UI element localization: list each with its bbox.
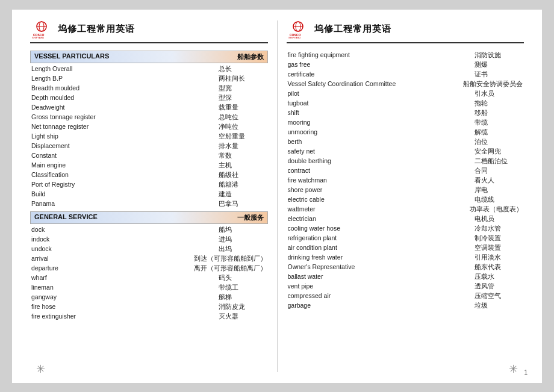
en-term: Panama xyxy=(31,200,213,208)
table-row: Net tonnage register净吨位 xyxy=(30,122,268,132)
table-row: mooring带缆 xyxy=(287,118,524,128)
en-term: electric cable xyxy=(288,196,469,204)
table-row: air condition plant空调装置 xyxy=(287,243,524,253)
zh-term: 主机 xyxy=(219,161,267,170)
table-row: contract合同 xyxy=(287,166,524,176)
right-header: COSCO SHIPYARD 坞修工程常用英语 xyxy=(287,20,524,43)
en-term: Length B.P xyxy=(31,75,213,83)
footer-snowflake-left: ✳ xyxy=(36,362,45,376)
left-section2-en: GENERAL SERVICE xyxy=(34,213,98,222)
zh-term: 总长 xyxy=(219,65,267,73)
table-row: Build建造 xyxy=(30,190,268,199)
en-term: Build xyxy=(31,190,213,199)
en-term: wattmeter xyxy=(288,205,464,214)
zh-term: 安全网兜 xyxy=(475,148,523,156)
table-row: indock进坞 xyxy=(30,235,268,244)
zh-term: 码头 xyxy=(219,274,267,282)
left-header-title: 坞修工程常用英语 xyxy=(58,23,135,35)
en-term: Main engine xyxy=(31,161,213,170)
table-row: cooling water hose冷却水管 xyxy=(287,224,524,234)
en-term: Vessel Safety Coordination Committee xyxy=(288,80,458,89)
footer-snowflake-right: ✳ xyxy=(509,362,518,376)
zh-term: 泊位 xyxy=(475,138,523,146)
table-row: Classification船级社 xyxy=(30,170,268,180)
en-term: refrigeration plant xyxy=(288,234,469,243)
zh-term: 解缆 xyxy=(475,128,523,137)
en-term: Classification xyxy=(31,171,213,179)
zh-term: 型宽 xyxy=(219,84,267,93)
en-term: fire extinguisher xyxy=(31,313,213,321)
table-row: Depth moulded型深 xyxy=(30,93,268,103)
table-row: Vessel Safety Coordination Committee船舶安全… xyxy=(287,79,524,89)
left-section1-header: VESSEL PARTICULARS 船舶参数 xyxy=(30,51,268,63)
en-term: Port of Registry xyxy=(31,181,213,189)
zh-term: 消防设施 xyxy=(475,51,523,60)
zh-term: 电缆线 xyxy=(475,196,523,204)
table-row: certificate证书 xyxy=(287,70,524,79)
en-term: fire watchman xyxy=(288,176,469,185)
zh-term: 舷梯 xyxy=(219,293,267,302)
left-header: COSCO SHIPYARD 坞修工程常用英语 xyxy=(30,20,268,43)
table-row: Port of Registry船籍港 xyxy=(30,180,268,190)
table-row: Breadth moulded型宽 xyxy=(30,84,268,93)
en-term: berth xyxy=(288,138,469,146)
en-term: compressed air xyxy=(288,292,469,300)
table-row: fire hose消防皮龙 xyxy=(30,302,268,312)
zh-term: 冷却水管 xyxy=(475,225,523,233)
table-row: Light ship空船重量 xyxy=(30,132,268,142)
en-term: safety net xyxy=(288,148,469,156)
zh-term: 进坞 xyxy=(219,235,267,244)
table-row: refrigeration plant制冷装置 xyxy=(287,234,524,243)
table-row: electrician电机员 xyxy=(287,214,524,224)
column-divider xyxy=(277,20,278,372)
en-term: garbage xyxy=(288,302,469,310)
en-term: fire hose xyxy=(31,303,213,311)
en-term: electrician xyxy=(288,215,469,223)
table-row: dock船坞 xyxy=(30,225,268,235)
table-row: Length B.P两柱间长 xyxy=(30,74,268,84)
zh-term: 移船 xyxy=(475,109,523,117)
en-term: cooling water hose xyxy=(288,225,469,233)
table-row: berth泊位 xyxy=(287,137,524,147)
zh-term: 压载水 xyxy=(475,273,523,281)
table-row: electric cable电缆线 xyxy=(287,195,524,205)
table-row: lineman带缆工 xyxy=(30,283,268,293)
table-row: gas free测爆 xyxy=(287,60,524,70)
table-row: fire extinguisher灭火器 xyxy=(30,312,268,322)
table-row: pilot引水员 xyxy=(287,89,524,99)
en-term: Net tonnage register xyxy=(31,123,213,131)
left-section1-terms: Length Overall总长Length B.P两柱间长Breadth mo… xyxy=(30,64,268,209)
zh-term: 常数 xyxy=(219,152,267,160)
zh-term: 引水员 xyxy=(475,90,523,98)
zh-term: 压缩空气 xyxy=(475,292,523,300)
en-term: fire fighting equipment xyxy=(288,51,469,60)
table-row: vent pipe透风管 xyxy=(287,282,524,291)
svg-text:SHIPYARD: SHIPYARD xyxy=(32,36,44,39)
table-row: shore power岸电 xyxy=(287,185,524,195)
table-row: drinking fresh water引用淡水 xyxy=(287,253,524,263)
zh-term: 垃圾 xyxy=(475,302,523,310)
en-term: Owner's Representative xyxy=(288,263,469,272)
zh-term: 船籍港 xyxy=(219,181,267,189)
en-term: departure xyxy=(31,264,188,273)
table-row: fire fighting equipment消防设施 xyxy=(287,51,524,60)
en-term: ballast water xyxy=(288,273,469,281)
en-term: indock xyxy=(31,235,213,244)
zh-term: 总吨位 xyxy=(219,113,267,122)
left-logo: COSCO SHIPYARD xyxy=(30,20,53,39)
table-row: unmooring解缆 xyxy=(287,128,524,137)
en-term: gangway xyxy=(31,293,213,302)
table-row: fire watchman看火人 xyxy=(287,176,524,185)
zh-term: 证书 xyxy=(475,70,523,79)
table-row: Gross tonnage register总吨位 xyxy=(30,113,268,122)
en-term: air condition plant xyxy=(288,244,469,252)
zh-term: 型深 xyxy=(219,94,267,102)
en-term: shore power xyxy=(288,186,469,194)
zh-term: 出坞 xyxy=(219,245,267,254)
zh-term: 测爆 xyxy=(475,61,523,69)
footer-page: 1 xyxy=(524,369,528,376)
table-row: tugboat拖轮 xyxy=(287,99,524,108)
table-row: compressed air压缩空气 xyxy=(287,291,524,301)
zh-term: 带缆 xyxy=(475,119,523,127)
en-term: mooring xyxy=(288,119,469,127)
